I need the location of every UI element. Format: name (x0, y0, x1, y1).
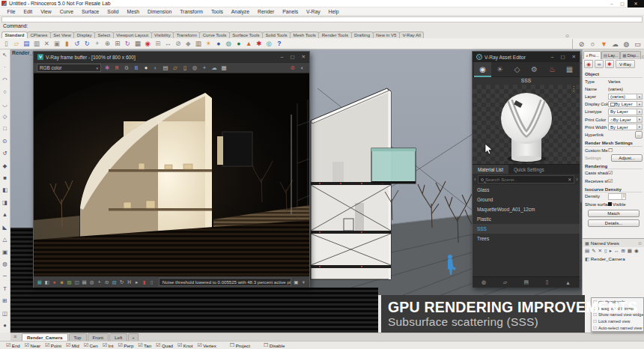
new-file-icon[interactable]: ▯ (1, 39, 11, 49)
vray-sphere-icon[interactable]: ◎ (264, 39, 274, 49)
menu-mesh[interactable]: Mesh (123, 9, 144, 14)
details-button[interactable]: Details... (588, 219, 640, 227)
fb-rows-icon[interactable]: ▤ (82, 279, 87, 285)
cloud-icon[interactable]: ☁ (210, 64, 218, 71)
density-stepper[interactable]: ▴▾ (608, 193, 626, 200)
vray-vfb-icon[interactable]: ▭ (633, 40, 643, 48)
red-channel-button[interactable]: R (113, 65, 121, 70)
material-item-glass[interactable]: Glass (473, 185, 580, 195)
gumball-icon[interactable]: ◉ (143, 39, 153, 49)
help-icon[interactable]: ? (275, 39, 285, 49)
tab-drafting[interactable]: Drafting (351, 31, 374, 38)
zoom-window-icon[interactable]: ⊞ (113, 39, 123, 49)
fb-hatch-blue-icon[interactable]: ▧ (112, 279, 117, 285)
vray-sphere-gear-icon[interactable]: ◍ (622, 40, 631, 48)
viewport-title-label[interactable]: Render_Camera (12, 50, 33, 55)
green-channel-button[interactable]: G (123, 65, 130, 70)
tab-vray-all[interactable]: V-Ray All (399, 31, 424, 38)
white-circle-icon[interactable]: ● (142, 64, 150, 71)
tab-new-in-v5[interactable]: New in V5 (373, 31, 400, 38)
panel-collapse-left-icon[interactable]: ‹ (474, 174, 476, 185)
menu-dimension[interactable]: Dimension (144, 9, 176, 14)
purge-icon[interactable]: ▲ (565, 280, 571, 285)
fb-red-dot-icon[interactable]: ● (52, 279, 57, 285)
fb-close-button[interactable]: ✕ (302, 54, 306, 60)
fb-monitor-icon[interactable]: ▦ (37, 279, 42, 285)
named-view-item-render-camera[interactable]: ◧ Render_Camera (583, 256, 644, 261)
fb-split-icon[interactable]: ◧ (44, 279, 49, 285)
hide-objects-icon[interactable]: ⊘ (174, 39, 183, 49)
material-item-trees[interactable]: Trees (473, 234, 580, 243)
vray-wheel-icon[interactable]: ✱ (255, 39, 264, 49)
menu-item-lock-view[interactable]: ☐ Lock named view (592, 318, 643, 325)
viewport-tab-top[interactable]: Top (69, 333, 87, 341)
checkbox-icon[interactable]: ☑ (84, 342, 88, 348)
ae-minimize-button[interactable]: ‒ (551, 54, 554, 60)
ae-close-button[interactable]: ✕ (572, 54, 576, 60)
swap-view-icon[interactable]: ↔ (614, 248, 619, 254)
checkbox-icon[interactable]: ☑ (177, 342, 182, 348)
save-icon[interactable]: ▤ (22, 39, 31, 49)
hyperlink-mode-icon[interactable]: ∞ (595, 60, 604, 68)
menu-curve[interactable]: Curve (55, 9, 77, 14)
tab-render-tools[interactable]: Render Tools (318, 31, 351, 38)
tab-standard[interactable]: Standard (1, 31, 28, 38)
add-material-icon[interactable]: ◍ (482, 279, 486, 285)
cut-icon[interactable]: ✕ (42, 39, 52, 49)
tab-surface-tools[interactable]: Surface Tools (229, 31, 263, 38)
checkbox-icon[interactable]: ☐ (264, 342, 268, 348)
menu-solid[interactable]: Solid (103, 9, 123, 14)
hyperlink-browse-button[interactable]: ... (635, 131, 643, 139)
thumbnail-view-icon[interactable]: ▦ (628, 248, 632, 254)
command-prompt[interactable]: Command: (3, 23, 28, 30)
checkbox-icon[interactable]: ☐ (230, 342, 234, 348)
open-folder-icon[interactable]: ▱ (503, 279, 507, 285)
vray-properties-button[interactable]: V-Ray (616, 60, 635, 68)
new-viewport-tab-button[interactable]: + (128, 333, 139, 341)
fb-refresh-icon[interactable]: ↻ (119, 279, 124, 285)
lock-objects-icon[interactable]: ◆ (183, 39, 193, 49)
open-folder-icon[interactable]: ▱ (12, 39, 22, 49)
viewport-tab-render-camera[interactable]: Render_Camera (22, 333, 67, 341)
named-views-gear-icon[interactable]: ⊙ (638, 240, 643, 246)
lights-tab-icon[interactable]: ☀ (491, 62, 508, 77)
zoom-extents-icon[interactable]: ⊕ (103, 39, 112, 49)
cone-icon[interactable]: ▲ (244, 39, 254, 49)
light-icon[interactable]: ☀ (204, 39, 213, 49)
region-render-icon[interactable]: ▦ (220, 64, 228, 71)
command-history[interactable] (1, 16, 643, 22)
tab-transform[interactable]: Transform (173, 31, 200, 38)
earth-icon[interactable]: ● (234, 39, 244, 49)
menu-analyze[interactable]: Analyze (227, 9, 253, 14)
paste-icon[interactable]: ▮ (62, 39, 72, 49)
left-toolbar-icon-strip[interactable]: ↖ · ◠ ○ ◡ ◇ □ ⊙ ↺ ◆ ■ ◧ ◨ ▲ ◣ △ ▣ ◍ ∼ T … (0, 49, 10, 333)
layers-icon[interactable]: ▥ (194, 39, 204, 49)
tab-quick-settings[interactable]: Quick Settings (508, 165, 550, 174)
fb-bar-red-icon[interactable]: ▮ (142, 279, 147, 285)
menu-tools[interactable]: Tools (207, 9, 227, 14)
clear-search-icon[interactable]: ✕ (568, 177, 571, 182)
menu-file[interactable]: File (3, 9, 19, 14)
checkbox-icon[interactable]: ☑ (6, 342, 10, 348)
vray-lasso-icon[interactable]: ○ (588, 40, 598, 48)
tab-overflow-icon[interactable]: ⊙ (565, 33, 569, 38)
fb-dock-icon[interactable]: ▣ (294, 279, 299, 285)
grid-snap-icon[interactable]: ⊞ (154, 39, 163, 49)
pan-icon[interactable]: + (93, 39, 103, 49)
fb-play-icon[interactable]: ▸ (134, 279, 139, 285)
render-sphere-icon[interactable]: ● (214, 39, 224, 49)
rotate-view-icon[interactable]: ↻ (123, 39, 133, 49)
move-icon[interactable]: ↔ (163, 39, 173, 49)
stop-render-icon[interactable]: ⊘ (289, 64, 297, 71)
display-color-dropdown[interactable]: By Layer▾ (608, 101, 643, 108)
adjust-button[interactable]: Adjust... (611, 154, 643, 162)
menu-render[interactable]: Render (254, 9, 279, 14)
sphere-icon[interactable]: ◍ (191, 64, 198, 71)
settings-tab-icon[interactable]: ⚙ (526, 62, 543, 77)
rename-view-icon[interactable]: ▯ (604, 248, 607, 254)
save-material-icon[interactable]: ▤ (524, 279, 529, 285)
channel-dropdown[interactable]: RGB color ▾ (37, 64, 101, 72)
save-view-icon[interactable]: ▤ (585, 248, 589, 254)
edit-view-icon[interactable]: ✎ (592, 248, 595, 254)
trash-icon[interactable]: ▯ (546, 279, 549, 285)
